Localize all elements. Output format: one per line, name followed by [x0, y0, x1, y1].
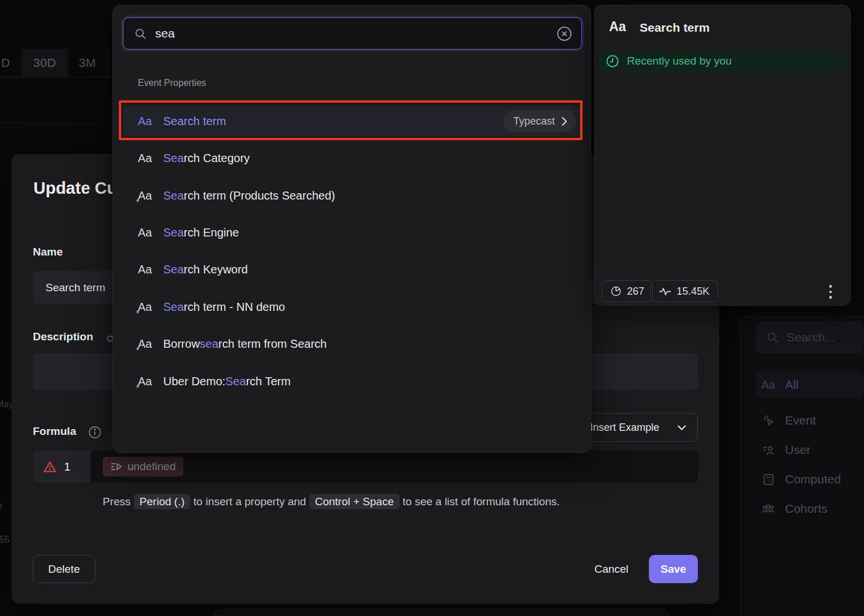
property-result-uber-demo-search-term[interactable]: Aa* Uber Demo: Search Term — [123, 366, 581, 396]
text-type-icon: Aa — [138, 152, 163, 165]
modal-title: Update Cu — [33, 179, 117, 198]
typecast-label: Typecast — [513, 115, 555, 127]
custom-property-marker: * — [136, 197, 139, 206]
property-type-sidebar: Search... Aa All Event User — [740, 316, 864, 616]
text-type-icon: Aa — [609, 19, 626, 35]
time-range-button-partial[interactable]: D — [0, 49, 21, 77]
result-text-match: sea — [200, 337, 218, 351]
property-search-box[interactable] — [123, 17, 582, 50]
result-text: rch Engine — [184, 226, 239, 239]
property-result-search-engine[interactable]: Aa Search Engine — [123, 217, 581, 247]
sidebar-item-computed[interactable]: Computed — [756, 467, 863, 492]
result-text: rch Category — [184, 152, 250, 165]
time-range-button-30d[interactable]: 30D — [22, 49, 67, 77]
more-options-icon[interactable] — [823, 283, 838, 301]
recently-used-badge: Recently used by you — [599, 50, 846, 72]
typecast-formula-icon — [111, 462, 122, 471]
name-label: Name — [33, 246, 63, 258]
time-range-button-3m[interactable]: 3M — [67, 49, 107, 77]
result-text: rch Term — [246, 375, 290, 388]
sidebar-search-input[interactable]: Search... — [756, 321, 863, 354]
cohorts-icon — [761, 502, 776, 515]
delete-button[interactable]: Delete — [33, 555, 95, 583]
text-type-custom-icon: Aa* — [138, 301, 163, 314]
recently-used-label: Recently used by you — [627, 55, 732, 67]
undefined-property-chip[interactable]: undefined — [103, 457, 183, 476]
sidebar-search-placeholder: Search... — [787, 330, 835, 344]
event-icon — [761, 414, 776, 427]
activity-icon — [659, 287, 671, 296]
result-text: rch term (Products Searched) — [184, 189, 335, 202]
text-type-icon: Aa — [138, 226, 163, 239]
sidebar-item-cohorts[interactable]: Cohorts — [756, 496, 863, 521]
formula-error-count[interactable]: 1 — [33, 450, 91, 483]
axis-label-55: 55 — [0, 534, 10, 546]
description-label: Description — [33, 330, 93, 343]
text-type-icon: Aa — [761, 378, 776, 392]
result-text-match: Sea — [163, 226, 184, 239]
search-icon — [134, 27, 147, 40]
text-type-icon: Aa — [138, 115, 163, 128]
total-count-value: 15.45K — [677, 286, 709, 298]
search-icon — [766, 331, 779, 344]
section-header-event-properties: Event Properties — [138, 78, 206, 88]
result-text-match: Sea — [163, 189, 184, 202]
result-text: Borrow — [163, 337, 200, 351]
property-search-input[interactable] — [155, 27, 557, 40]
divider — [595, 272, 851, 272]
property-details-panel: Aa Search term Recently used by you 267 … — [594, 5, 851, 306]
kbd-control-space: Control + Space — [309, 494, 400, 509]
axis-label-e: e — [0, 501, 2, 511]
custom-property-marker: * — [136, 345, 139, 355]
hint-text: to insert a property and — [193, 495, 306, 508]
insert-example-label: Insert Example — [590, 422, 659, 434]
result-text-match: Sea — [163, 152, 184, 165]
custom-property-marker: * — [136, 383, 139, 392]
unique-values-stat[interactable]: 267 — [602, 280, 653, 302]
typecast-button[interactable]: Typecast — [503, 110, 576, 132]
result-text-match: Sea — [226, 375, 246, 388]
text-type-custom-icon: Aa* — [138, 337, 163, 351]
divider — [0, 77, 113, 77]
property-result-search-keyword[interactable]: Aa Search Keyword — [123, 254, 581, 284]
text-type-custom-icon: Aa* — [138, 189, 163, 202]
chevron-right-icon — [562, 117, 567, 126]
property-result-search-term-nn-demo[interactable]: Aa* Search term - NN demo — [123, 292, 581, 322]
property-details-title: Search term — [640, 21, 709, 35]
sidebar-item-label: User — [785, 443, 810, 457]
total-count-stat[interactable]: 15.45K — [650, 280, 718, 302]
property-result-search-category[interactable]: Aa Search Category — [123, 143, 581, 173]
formula-editor[interactable]: undefined — [91, 450, 698, 483]
chevron-down-icon — [678, 425, 686, 430]
result-text: rch Keyword — [184, 263, 248, 276]
result-text-match: Sea — [163, 301, 184, 314]
sidebar-item-event[interactable]: Event — [756, 408, 863, 433]
save-button[interactable]: Save — [649, 555, 698, 583]
property-search-dropdown: Event Properties Aa Search term Typecast… — [112, 5, 591, 453]
insert-example-button[interactable]: Insert Example — [577, 413, 698, 442]
text-type-icon: Aa — [138, 263, 163, 276]
chip-label: undefined — [127, 460, 175, 473]
result-text: rch term — [184, 115, 226, 128]
sidebar-item-all[interactable]: Aa All — [756, 371, 863, 398]
clear-search-icon[interactable] — [557, 26, 572, 42]
formula-label: Formula — [33, 425, 76, 438]
calculator-icon — [761, 473, 776, 486]
cancel-button[interactable]: Cancel — [588, 555, 634, 583]
result-text: Uber Demo: — [163, 375, 226, 388]
user-icon — [761, 444, 776, 457]
property-result-search-term-products-searched[interactable]: Aa* Search term (Products Searched) — [123, 181, 581, 211]
sidebar-item-label: All — [785, 378, 798, 392]
pie-chart-icon — [610, 286, 622, 297]
divider — [107, 49, 108, 77]
property-result-borrow-search-term[interactable]: Aa* Borrow search term from Search — [123, 329, 581, 359]
info-icon[interactable] — [88, 426, 102, 441]
hint-text: to see a list of formula functions. — [403, 495, 559, 508]
property-result-search-term[interactable]: Aa Search term Typecast — [123, 106, 581, 136]
sidebar-item-label: Computed — [785, 472, 841, 486]
result-text-match: Sea — [163, 263, 184, 276]
sidebar-item-user[interactable]: User — [756, 437, 863, 463]
formula-hint: Press Period (.) to insert a property an… — [103, 493, 559, 510]
error-count-value: 1 — [64, 460, 70, 474]
result-text: rch term - NN demo — [184, 301, 286, 314]
